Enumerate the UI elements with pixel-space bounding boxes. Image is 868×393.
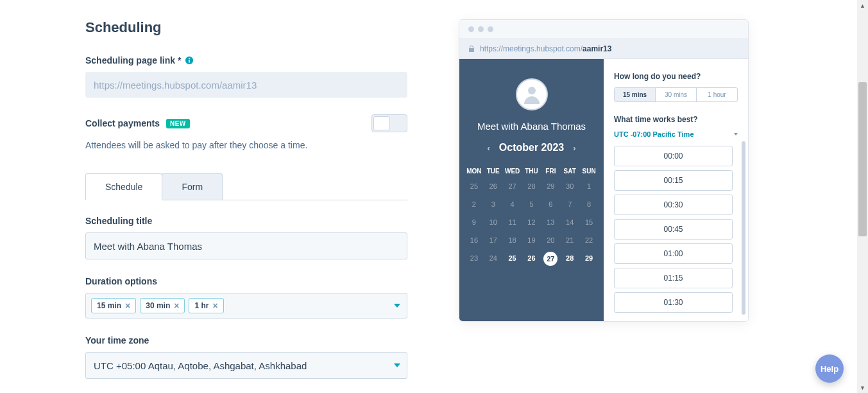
preview-timezone-select[interactable]: UTC -07:00 Pacific Time bbox=[614, 130, 738, 138]
page-link-input bbox=[85, 72, 407, 98]
time-slot[interactable]: 00:30 bbox=[614, 195, 733, 215]
chevron-down-icon bbox=[394, 363, 400, 367]
calendar-day: 23 bbox=[464, 249, 484, 268]
time-slot[interactable]: 01:30 bbox=[614, 292, 733, 313]
calendar-day: 8 bbox=[579, 195, 599, 213]
url-bar: https://meetings.hubspot.com/aamir13 bbox=[459, 39, 748, 59]
time-slot[interactable]: 01:00 bbox=[614, 243, 733, 264]
calendar-day: 3 bbox=[484, 195, 503, 213]
chip-remove-icon[interactable]: × bbox=[212, 301, 217, 310]
page-scrollbar[interactable]: ▲ ▼ bbox=[857, 0, 868, 393]
calendar-day: 5 bbox=[522, 195, 541, 213]
collect-payments-helper: Attendees will be asked to pay after the… bbox=[85, 140, 407, 150]
window-dot bbox=[478, 26, 484, 32]
help-button[interactable]: Help bbox=[815, 354, 844, 383]
collect-payments-label: Collect payments bbox=[85, 118, 160, 128]
preview-meeting-title: Meet with Abana Thomas bbox=[464, 121, 599, 132]
duration-options-select[interactable]: 15 min× 30 min× 1 hr× bbox=[85, 293, 407, 319]
calendar-dow: WED bbox=[503, 165, 522, 177]
calendar-day[interactable]: 25 bbox=[503, 249, 522, 268]
how-long-label: How long do you need? bbox=[614, 72, 738, 81]
scheduling-title-input[interactable] bbox=[85, 232, 407, 259]
new-badge: NEW bbox=[166, 119, 190, 128]
time-slot[interactable]: 00:45 bbox=[614, 219, 733, 240]
slots-scrollbar[interactable] bbox=[742, 141, 745, 315]
calendar-day: 30 bbox=[560, 177, 579, 195]
preview-duration-option[interactable]: 15 mins bbox=[615, 88, 656, 101]
calendar-day: 15 bbox=[579, 213, 599, 231]
calendar-day: 24 bbox=[484, 249, 503, 268]
calendar-panel: Meet with Abana Thomas ‹ October 2023 › … bbox=[459, 59, 604, 321]
time-slot[interactable]: 00:00 bbox=[614, 146, 733, 166]
calendar-day: 29 bbox=[541, 177, 560, 195]
month-label: October 2023 bbox=[499, 142, 564, 153]
chevron-down-icon bbox=[734, 133, 738, 135]
timezone-label: Your time zone bbox=[85, 335, 407, 345]
chevron-down-icon bbox=[394, 304, 400, 308]
window-dot bbox=[468, 26, 474, 32]
svg-point-3 bbox=[528, 87, 536, 94]
toggle-knob bbox=[373, 116, 390, 130]
time-slot[interactable]: 01:15 bbox=[614, 268, 733, 288]
tabs: Schedule Form bbox=[85, 173, 407, 200]
calendar-dow: SAT bbox=[560, 165, 579, 177]
calendar-day: 11 bbox=[503, 213, 522, 231]
svg-rect-2 bbox=[189, 58, 190, 60]
calendar-dow: FRI bbox=[541, 165, 560, 177]
chip-remove-icon[interactable]: × bbox=[125, 301, 130, 310]
calendar-day: 21 bbox=[560, 231, 579, 249]
preview-duration-option[interactable]: 30 mins bbox=[656, 88, 697, 101]
calendar-day: 10 bbox=[484, 213, 503, 231]
duration-chip[interactable]: 15 min× bbox=[91, 298, 136, 313]
page-title: Scheduling bbox=[85, 19, 407, 36]
tab-form[interactable]: Form bbox=[162, 173, 223, 200]
calendar-day: 12 bbox=[522, 213, 541, 231]
calendar-day[interactable]: 29 bbox=[579, 249, 599, 268]
calendar-day: 13 bbox=[541, 213, 560, 231]
calendar-day: 25 bbox=[464, 177, 484, 195]
scroll-thumb[interactable] bbox=[858, 82, 867, 236]
calendar-day[interactable]: 26 bbox=[522, 249, 541, 268]
next-month-button[interactable]: › bbox=[573, 143, 575, 153]
page-link-label: Scheduling page link * bbox=[85, 55, 181, 66]
duration-chip[interactable]: 30 min× bbox=[140, 298, 185, 313]
avatar bbox=[516, 78, 548, 110]
preview-browser: https://meetings.hubspot.com/aamir13 Mee… bbox=[459, 19, 749, 322]
calendar-day: 16 bbox=[464, 231, 484, 249]
svg-rect-1 bbox=[189, 60, 190, 62]
prev-month-button[interactable]: ‹ bbox=[487, 143, 489, 153]
scroll-down-icon[interactable]: ▼ bbox=[857, 382, 868, 393]
scheduling-title-label: Scheduling title bbox=[85, 216, 407, 226]
calendar-day[interactable]: 28 bbox=[560, 249, 579, 268]
calendar-day: 18 bbox=[503, 231, 522, 249]
duration-chip[interactable]: 1 hr× bbox=[189, 298, 223, 313]
calendar-day: 28 bbox=[522, 177, 541, 195]
calendar-day: 4 bbox=[503, 195, 522, 213]
calendar-day: 22 bbox=[579, 231, 599, 249]
calendar-day: 1 bbox=[579, 177, 599, 195]
preview-duration-options: 15 mins 30 mins 1 hour bbox=[614, 87, 738, 102]
calendar-day: 26 bbox=[484, 177, 503, 195]
calendar-day: 6 bbox=[541, 195, 560, 213]
duration-options-label: Duration options bbox=[85, 276, 407, 286]
tab-schedule[interactable]: Schedule bbox=[85, 173, 162, 200]
calendar-day: 27 bbox=[503, 177, 522, 195]
chip-remove-icon[interactable]: × bbox=[174, 301, 179, 310]
calendar-day: 20 bbox=[541, 231, 560, 249]
info-icon[interactable] bbox=[185, 56, 194, 65]
calendar-day: 14 bbox=[560, 213, 579, 231]
time-panel: How long do you need? 15 mins 30 mins 1 … bbox=[604, 59, 748, 321]
preview-duration-option[interactable]: 1 hour bbox=[697, 88, 737, 101]
calendar-day: 9 bbox=[464, 213, 484, 231]
calendar-day[interactable]: 27 bbox=[541, 249, 560, 268]
calendar-day: 7 bbox=[560, 195, 579, 213]
collect-payments-toggle[interactable] bbox=[371, 114, 407, 132]
window-dot bbox=[488, 26, 493, 32]
scroll-up-icon[interactable]: ▲ bbox=[857, 0, 868, 11]
what-time-label: What time works best? bbox=[614, 115, 738, 124]
lock-icon bbox=[468, 46, 475, 52]
timezone-select[interactable]: UTC +05:00 Aqtau, Aqtobe, Ashgabat, Ashk… bbox=[85, 352, 407, 379]
calendar-day: 19 bbox=[522, 231, 541, 249]
calendar-dow: SUN bbox=[579, 165, 599, 177]
time-slot[interactable]: 00:15 bbox=[614, 170, 733, 191]
